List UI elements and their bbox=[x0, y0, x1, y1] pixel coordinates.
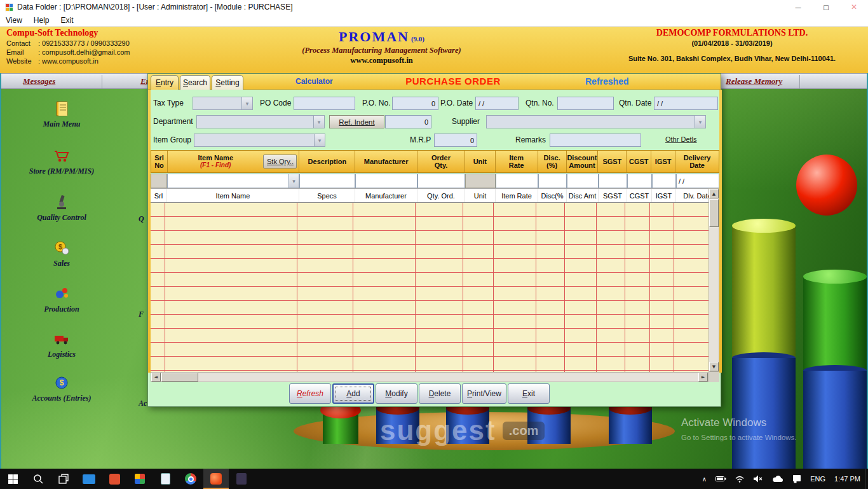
taskbar-search-button[interactable] bbox=[25, 469, 51, 489]
taskbar-app-icon[interactable] bbox=[178, 469, 203, 489]
entry-sgst-input[interactable] bbox=[599, 174, 627, 188]
sidebar-item-logistics[interactable]: Logistics bbox=[14, 329, 109, 359]
tray-chevron-up-icon[interactable]: ∧ bbox=[698, 469, 711, 489]
stock-query-button[interactable]: Stk Qry.. bbox=[263, 155, 297, 169]
task-view-button[interactable] bbox=[51, 469, 76, 489]
cloud-icon[interactable] bbox=[768, 469, 788, 489]
clock[interactable]: 1:47 PM bbox=[830, 469, 865, 489]
refresh-button[interactable]: Refresh bbox=[289, 383, 331, 404]
menu-bar: View Help Exit bbox=[0, 14, 868, 27]
tax-type-select[interactable]: ▾ bbox=[193, 97, 253, 110]
taskbar-app-icon[interactable] bbox=[229, 469, 254, 489]
show-desktop-button[interactable] bbox=[865, 469, 868, 489]
scroll-left-icon[interactable]: ◄ bbox=[151, 373, 161, 382]
add-button[interactable]: Add bbox=[332, 383, 374, 404]
minimize-button[interactable]: — bbox=[784, 0, 812, 14]
print-view-button[interactable]: Print/View bbox=[462, 383, 506, 404]
calculator-link[interactable]: Calculator bbox=[295, 77, 333, 86]
chevron-down-icon: ▾ bbox=[314, 134, 325, 146]
mrp-input[interactable]: 0 bbox=[434, 134, 477, 147]
coins-icon: $ bbox=[52, 238, 71, 258]
sidebar-label: Store (RM/PM/MIS) bbox=[14, 167, 109, 176]
po-code-input[interactable] bbox=[294, 97, 355, 110]
licensee-name: DEMOCOMP FORMULATIONS LTD. bbox=[601, 28, 863, 38]
taskbar-app-icon[interactable] bbox=[102, 469, 127, 489]
grid-subheader: Srl Item Name Specs Manufacturer Qty. Or… bbox=[151, 188, 719, 203]
department-select[interactable]: ▾ bbox=[196, 115, 325, 128]
po-no-input[interactable]: 0 bbox=[392, 97, 438, 110]
ref-indent-button[interactable]: Ref. Indent bbox=[329, 115, 384, 128]
tab-entry[interactable]: Entry bbox=[151, 75, 179, 90]
scroll-up-icon[interactable]: ▲ bbox=[709, 189, 719, 198]
entry-item-name-select[interactable]: ▾ bbox=[167, 174, 299, 188]
start-button[interactable] bbox=[0, 469, 25, 489]
taskbar-app-icon[interactable] bbox=[153, 469, 178, 489]
volume-muted-icon[interactable] bbox=[749, 469, 768, 489]
menu-view[interactable]: View bbox=[0, 16, 28, 25]
menu-exit[interactable]: Exit bbox=[55, 16, 79, 25]
horizontal-scrollbar[interactable]: ◄ ► bbox=[151, 372, 709, 382]
tab-setting[interactable]: Setting bbox=[212, 75, 243, 90]
battery-icon[interactable] bbox=[711, 469, 731, 489]
system-tray: ∧ ENG 1:47 PM bbox=[698, 469, 868, 489]
horizontal-scroll-thumb[interactable] bbox=[161, 373, 198, 382]
delete-button[interactable]: Delete bbox=[419, 383, 461, 404]
item-group-label: Item Group bbox=[153, 135, 191, 144]
sidebar-item-quality-control[interactable]: Quality Control bbox=[14, 193, 109, 223]
qtn-date-input[interactable]: / / bbox=[654, 97, 718, 110]
other-details-link[interactable]: Othr Detls bbox=[665, 135, 697, 143]
remarks-input[interactable] bbox=[550, 134, 641, 147]
items-grid[interactable] bbox=[151, 203, 709, 372]
vertical-scrollbar[interactable]: ▲ ▼ bbox=[709, 188, 719, 372]
maximize-button[interactable]: □ bbox=[812, 0, 840, 14]
sidebar-item-main-menu[interactable]: Main Menu bbox=[14, 99, 109, 129]
po-date-input[interactable]: / / bbox=[475, 97, 519, 110]
language-indicator[interactable]: ENG bbox=[806, 469, 830, 489]
tab-messages[interactable]: Messages bbox=[23, 76, 55, 86]
entry-disc-percent-input[interactable] bbox=[538, 174, 567, 188]
tab-search[interactable]: Search bbox=[180, 75, 210, 90]
column-header-unit: Unit bbox=[465, 151, 496, 172]
sidebar-item-production[interactable]: Production bbox=[14, 284, 109, 314]
chart-cylinder bbox=[803, 371, 867, 469]
dialog-title: PURCHASE ORDER bbox=[351, 76, 555, 86]
qtn-no-input[interactable] bbox=[557, 97, 614, 110]
entry-igst-input[interactable] bbox=[652, 174, 676, 188]
sidebar-item-store[interactable]: Store (RM/PM/MIS) bbox=[14, 146, 109, 176]
windows-logo-icon bbox=[8, 474, 18, 484]
entry-discount-amount-input[interactable] bbox=[567, 174, 599, 188]
ref-indent-input[interactable]: 0 bbox=[385, 115, 431, 128]
entry-order-qty-input[interactable] bbox=[417, 174, 465, 188]
entry-delivery-date-input[interactable]: / / bbox=[676, 174, 719, 188]
app-icon bbox=[109, 474, 120, 485]
grid-header: SrlNo Item Name(F1 - Find) Stk Qry.. Des… bbox=[151, 150, 719, 173]
close-button[interactable]: ✕ bbox=[840, 0, 868, 14]
browser-icon bbox=[185, 473, 196, 485]
menu-help[interactable]: Help bbox=[28, 16, 55, 25]
supplier-select[interactable]: ▾ bbox=[486, 115, 706, 128]
entry-manufacturer-input[interactable] bbox=[355, 174, 417, 188]
chevron-down-icon: ▾ bbox=[241, 97, 252, 109]
window-titlebar: Data Folder : [D:\PROMAN\2018] - [User :… bbox=[0, 0, 868, 14]
vertical-scroll-thumb[interactable] bbox=[709, 199, 719, 227]
scroll-right-icon[interactable]: ► bbox=[698, 373, 708, 382]
entry-description-input[interactable] bbox=[299, 174, 355, 188]
subheader-disc-amt: Disc Amt bbox=[567, 189, 599, 202]
entry-item-rate-input[interactable] bbox=[496, 174, 538, 188]
item-group-select[interactable]: ▾ bbox=[194, 134, 325, 147]
taskbar-app-icon-active[interactable] bbox=[203, 469, 229, 489]
action-center-icon[interactable] bbox=[788, 469, 806, 489]
network-icon[interactable] bbox=[731, 469, 749, 489]
sidebar-item-sales[interactable]: $ Sales bbox=[14, 238, 109, 268]
taskbar-app-icon[interactable] bbox=[127, 469, 153, 489]
taskbar-app-icon[interactable] bbox=[76, 469, 102, 489]
tab-entries-partial[interactable]: En bbox=[140, 76, 147, 86]
exit-button[interactable]: Exit bbox=[508, 383, 550, 404]
scroll-down-icon[interactable]: ▼ bbox=[709, 362, 719, 371]
website-value: : www.compusoft.in bbox=[38, 57, 98, 65]
tab-release-memory[interactable]: Release Memory bbox=[726, 76, 782, 86]
modify-button[interactable]: Modify bbox=[376, 383, 417, 404]
sidebar-label: Logistics bbox=[14, 350, 109, 359]
sidebar-item-accounts[interactable]: $ Accounts (Entries) bbox=[14, 373, 109, 403]
entry-cgst-input[interactable] bbox=[627, 174, 652, 188]
